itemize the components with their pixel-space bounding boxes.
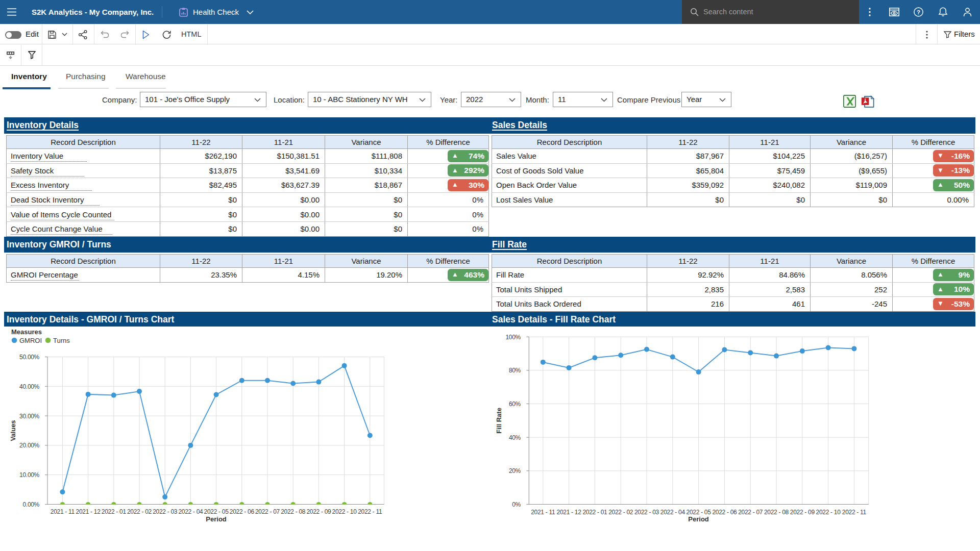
svg-text:Turns: Turns (53, 337, 70, 344)
svg-text:2022 - 07: 2022 - 07 (255, 508, 280, 515)
svg-text:2022 - 02: 2022 - 02 (608, 509, 633, 516)
svg-text:GMROI: GMROI (19, 337, 42, 344)
svg-text:?: ? (917, 9, 920, 15)
svg-text:2022 - 05: 2022 - 05 (687, 509, 712, 516)
svg-text:2022 - 02: 2022 - 02 (127, 508, 152, 515)
svg-text:2022 - 04: 2022 - 04 (178, 508, 203, 515)
svg-text:Measures: Measures (11, 328, 42, 336)
svg-text:2022 - 06: 2022 - 06 (230, 508, 255, 515)
svg-text:Values: Values (9, 420, 17, 441)
svg-text:Period: Period (206, 515, 227, 523)
svg-text:2022 - 03: 2022 - 03 (153, 508, 178, 515)
svg-text:40.00%: 40.00% (19, 383, 40, 390)
svg-text:60%: 60% (509, 400, 521, 408)
svg-text:40%: 40% (509, 434, 521, 441)
svg-text:2021 - 12: 2021 - 12 (76, 508, 101, 515)
svg-text:2021 - 11: 2021 - 11 (531, 509, 555, 516)
svg-text:30.00%: 30.00% (19, 413, 40, 420)
svg-text:2022 - 04: 2022 - 04 (660, 509, 685, 516)
svg-text:2022 - 06: 2022 - 06 (712, 509, 737, 516)
svg-text:20.00%: 20.00% (19, 442, 40, 449)
svg-text:2022 - 08: 2022 - 08 (281, 508, 306, 515)
svg-text:2022 - 07: 2022 - 07 (738, 509, 763, 516)
svg-text:50.00%: 50.00% (19, 354, 40, 361)
svg-text:100%: 100% (506, 334, 521, 341)
svg-text:2021 - 12: 2021 - 12 (557, 509, 582, 516)
svg-text:2022 - 03: 2022 - 03 (634, 509, 659, 516)
svg-text:2022 - 01: 2022 - 01 (102, 508, 127, 515)
svg-text:2022 - 11: 2022 - 11 (358, 508, 382, 515)
svg-text:2022 - 01: 2022 - 01 (582, 509, 607, 516)
svg-text:2022 - 10: 2022 - 10 (332, 508, 357, 515)
svg-text:20%: 20% (509, 467, 521, 474)
svg-text:0%: 0% (512, 501, 521, 508)
svg-text:0.00%: 0.00% (22, 501, 39, 508)
svg-text:2022 - 09: 2022 - 09 (790, 509, 815, 516)
svg-text:Period: Period (688, 515, 709, 523)
svg-text:10.00%: 10.00% (19, 471, 40, 479)
svg-text:Fill Rate: Fill Rate (495, 408, 503, 434)
svg-text:2022 - 11: 2022 - 11 (842, 509, 867, 516)
svg-text:2022 - 08: 2022 - 08 (764, 509, 789, 516)
svg-text:2022 - 05: 2022 - 05 (204, 508, 229, 515)
svg-text:2022 - 10: 2022 - 10 (816, 509, 841, 516)
svg-text:2021 - 11: 2021 - 11 (51, 508, 75, 515)
svg-text:80%: 80% (509, 367, 521, 374)
svg-text:2022 - 09: 2022 - 09 (306, 508, 331, 515)
